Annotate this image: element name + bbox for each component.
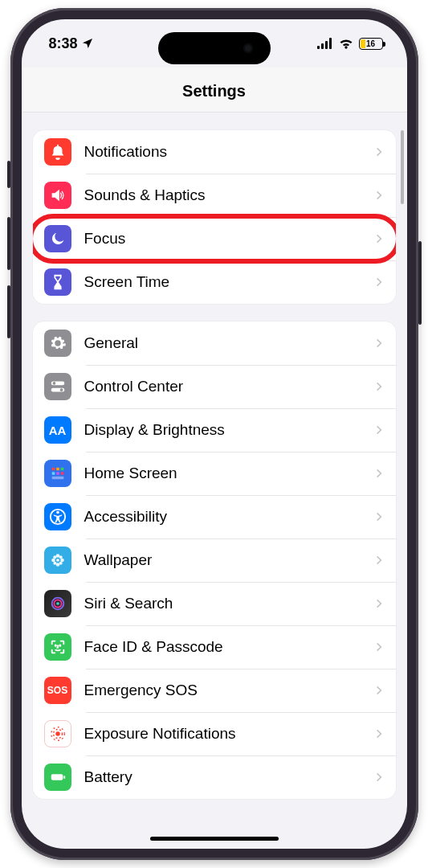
wifi-icon [338,35,354,51]
settings-list[interactable]: Notifications Sounds & Haptics [22,113,407,849]
row-label: Screen Time [84,273,361,291]
toggles-icon [44,373,71,400]
phone-frame: 8:38 [10,8,418,860]
cellular-icon [317,38,333,49]
row-accessibility[interactable]: Accessibility [33,495,396,538]
chevron-right-icon [373,641,385,653]
row-wallpaper[interactable]: Wallpaper [33,538,396,582]
status-left: 8:38 [49,35,94,52]
row-label: Wallpaper [84,551,361,569]
chevron-right-icon [373,598,385,609]
screen: 8:38 [22,19,407,849]
home-indicator[interactable] [150,837,279,841]
svg-rect-35 [63,776,65,779]
faceid-icon [44,633,71,661]
row-label: Control Center [84,378,361,395]
chevron-right-icon [373,233,385,244]
svg-point-29 [55,645,55,646]
row-label: Exposure Notifications [84,725,361,743]
row-label: General [84,334,361,352]
row-notifications[interactable]: Notifications [33,130,396,174]
scroll-indicator [401,130,404,204]
row-label: Emergency SOS [84,682,361,699]
battery-icon: 16 [359,38,383,50]
flower-icon [44,547,71,574]
svg-point-16 [56,511,59,514]
svg-point-28 [56,602,59,605]
power-button[interactable] [418,241,422,325]
row-screen-time[interactable]: Screen Time [33,260,396,304]
siri-icon [44,590,71,617]
svg-rect-12 [56,472,59,475]
status-time: 8:38 [49,35,78,52]
sos-icon: SOS [44,677,71,704]
chevron-right-icon [373,555,385,566]
svg-rect-10 [60,468,63,471]
volume-up-button[interactable] [7,217,10,270]
svg-point-7 [59,388,63,391]
svg-point-30 [59,645,60,646]
row-sounds[interactable]: Sounds & Haptics [33,174,396,217]
svg-rect-13 [60,472,63,475]
row-control-center[interactable]: Control Center [33,365,396,408]
svg-rect-8 [51,468,55,471]
row-label: Battery [84,768,361,786]
row-focus[interactable]: Focus [33,217,396,260]
dynamic-island [158,32,271,64]
svg-rect-11 [51,472,55,475]
row-label: Focus [84,230,361,248]
grid-icon [44,460,71,487]
chevron-right-icon [373,511,385,522]
speaker-icon [44,182,71,209]
chevron-right-icon [373,772,385,783]
exposure-icon [44,720,71,747]
chevron-right-icon [373,276,385,288]
aa-icon: AA [44,416,71,444]
battery-icon [44,764,71,791]
svg-point-22 [53,555,56,559]
row-battery[interactable]: Battery [33,755,396,799]
chevron-right-icon [373,468,385,479]
chevron-right-icon [373,728,385,739]
page-title: Settings [22,68,407,113]
svg-point-17 [56,559,59,562]
row-siri[interactable]: Siri & Search [33,582,396,625]
row-sos[interactable]: SOS Emergency SOS [33,669,396,712]
settings-group: General Control Center AA Display & Brig… [33,321,396,799]
status-right: 16 [317,35,383,51]
svg-point-25 [59,562,62,565]
accessibility-icon [44,503,71,530]
svg-point-19 [55,563,59,567]
svg-point-21 [60,559,64,563]
chevron-right-icon [373,146,385,158]
svg-rect-34 [51,774,63,780]
row-label: Home Screen [84,465,361,482]
gear-icon [44,330,71,357]
svg-point-18 [55,554,59,558]
row-label: Siri & Search [84,595,361,612]
row-display[interactable]: AA Display & Brightness [33,408,396,452]
row-label: Notifications [84,143,361,161]
row-home-screen[interactable]: Home Screen [33,452,396,495]
chevron-right-icon [373,685,385,696]
row-general[interactable]: General [33,321,396,365]
row-label: Face ID & Passcode [84,638,361,656]
chevron-right-icon [373,338,385,349]
row-label: Sounds & Haptics [84,186,361,204]
svg-rect-3 [329,38,332,49]
row-exposure[interactable]: Exposure Notifications [33,712,396,755]
chevron-right-icon [373,190,385,201]
settings-group: Notifications Sounds & Haptics [33,130,396,304]
svg-rect-2 [325,41,328,49]
svg-rect-9 [56,468,59,471]
svg-point-23 [59,555,62,559]
location-icon [81,37,94,50]
volume-down-button[interactable] [7,285,10,338]
bell-icon [44,138,71,166]
row-faceid[interactable]: Face ID & Passcode [33,625,396,669]
svg-point-24 [53,562,56,565]
row-label: Accessibility [84,508,361,526]
svg-point-6 [52,382,55,385]
battery-percentage: 16 [366,39,375,48]
silence-switch[interactable] [7,161,10,188]
